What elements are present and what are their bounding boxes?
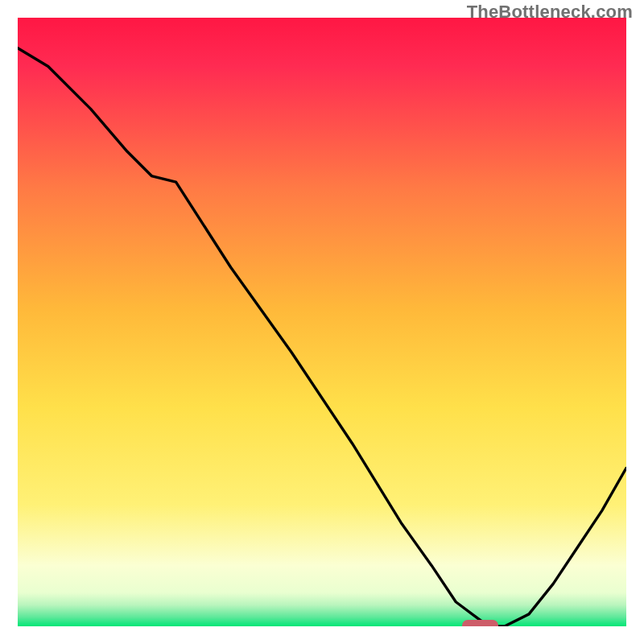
plot-area: [18, 18, 626, 626]
optimal-marker: [462, 620, 498, 626]
gradient-rect: [18, 18, 626, 626]
chart-container: TheBottleneck.com: [0, 0, 644, 644]
chart-svg: [18, 18, 626, 626]
